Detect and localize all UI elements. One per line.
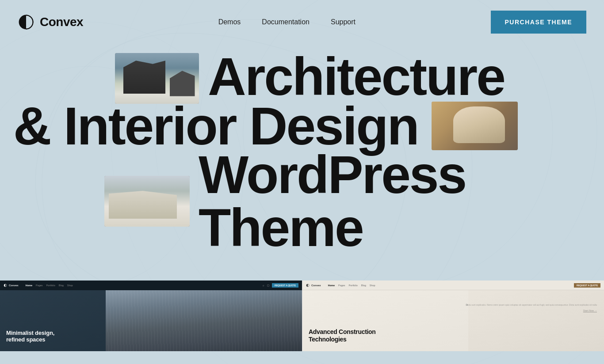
mock-nav-light: Home Pages Portfolio Blog Shop [328, 284, 375, 287]
mock-nav-home: Home [26, 284, 32, 287]
main-nav: Demos Documentation Support [218, 18, 356, 26]
demo-mock-dark: Convex Home Pages Portfolio Blog Shop ⌕ … [0, 281, 302, 351]
mock-nav-portfolio-light: Portfolio [349, 284, 358, 287]
demo-card-dark[interactable]: Convex Home Pages Portfolio Blog Shop ⌕ … [0, 281, 302, 351]
mock-nav-shop-light: Shop [370, 284, 375, 287]
mock-hero-title-dark: Minimalist design,refined spaces [6, 330, 54, 343]
hero-text-architecture: Architecture [208, 50, 505, 103]
demo-mock-light: Convex Home Pages Portfolio Blog Shop RE… [302, 281, 604, 351]
mock-brand-light: Convex [311, 284, 321, 287]
logo-area[interactable]: Convex [18, 14, 83, 30]
mock-nav-portfolio: Portfolio [46, 284, 55, 287]
header: Convex Demos Documentation Support PURCH… [0, 0, 604, 44]
convex-logo-icon [18, 14, 34, 30]
nav-documentation[interactable]: Documentation [262, 18, 310, 26]
nav-demos[interactable]: Demos [218, 18, 241, 26]
mock-cta-dark: REQUEST A QUOTE [272, 283, 298, 288]
demo-body-light: Advanced ConstructionTechnologies Dicta … [302, 290, 604, 351]
mock-cta-light: REQUEST A QUOTE [574, 283, 600, 288]
hero-image-building-exterior [115, 53, 199, 104]
demo-header-light: Convex Home Pages Portfolio Blog Shop RE… [302, 281, 604, 290]
mock-search-icon-dark: ⌕ [263, 284, 264, 287]
mock-logo-icon-dark [4, 284, 7, 287]
arch-visual-dark [106, 290, 302, 351]
mock-nav-home-light: Home [328, 284, 335, 287]
mock-brand-dark: Convex [9, 284, 19, 287]
mock-nav-shop: Shop [67, 284, 73, 287]
hero-line-2: & Interior Design [13, 99, 591, 152]
mock-cart-icon-dark: ◻ [267, 284, 269, 287]
hero-image-interior-chair [432, 102, 518, 150]
hero-text-interior-design: & Interior Design [13, 99, 418, 152]
brand-name: Convex [40, 15, 83, 29]
mock-nav-dark: Home Pages Portfolio Blog Shop [26, 284, 73, 287]
mock-hero-title-light: Advanced ConstructionTechnologies [309, 328, 376, 343]
purchase-theme-button[interactable]: PURCHASE THEME [491, 11, 586, 34]
demo-thumbnails-section: Convex Home Pages Portfolio Blog Shop ⌕ … [0, 281, 604, 351]
hero-title-block: Architecture & Interior Design WordPress… [0, 49, 604, 254]
mock-nav-blog-light: Blog [361, 284, 366, 287]
hero-section: Architecture & Interior Design WordPress… [0, 44, 604, 272]
hero-image-white-building [104, 176, 190, 227]
hero-line-1: Architecture [13, 49, 591, 104]
mock-nav-pages-light: Pages [338, 284, 345, 287]
demo-body-dark: Minimalist design,refined spaces [0, 290, 302, 351]
hero-text-wordpress-theme: WordPress Theme [199, 148, 591, 254]
mock-nav-pages: Pages [36, 284, 43, 287]
mock-nav-blog: Blog [59, 284, 64, 287]
demo-header-dark: Convex Home Pages Portfolio Blog Shop ⌕ … [0, 281, 302, 290]
nav-support[interactable]: Support [331, 18, 356, 26]
demo-card-light[interactable]: Convex Home Pages Portfolio Blog Shop RE… [302, 281, 604, 351]
hero-line-3: WordPress Theme [13, 148, 591, 254]
mock-bg-image-light [468, 290, 604, 351]
mock-logo-icon-light [306, 284, 310, 287]
